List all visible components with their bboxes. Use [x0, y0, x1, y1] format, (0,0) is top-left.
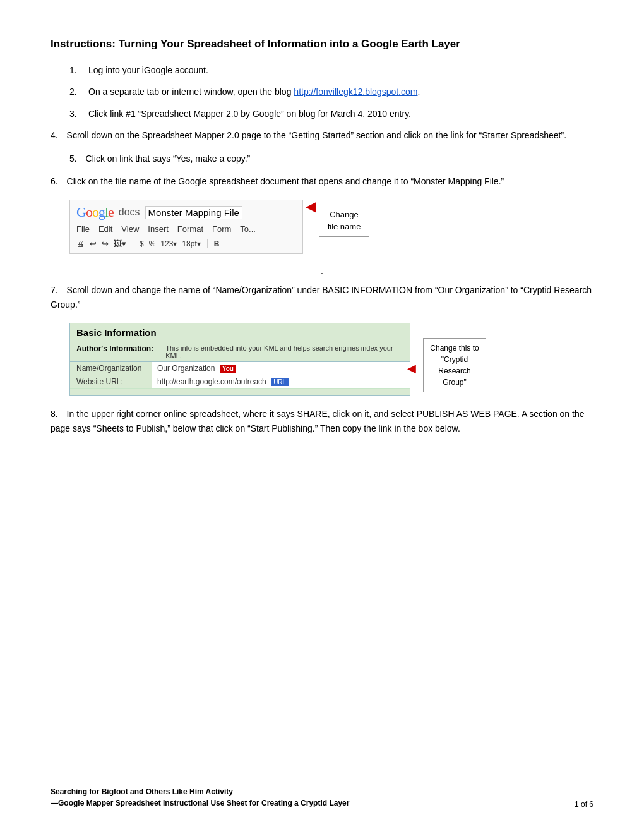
gdocs-toolbar: 🖨 ↩ ↪ 🖼▾ $ % 123▾ 18pt▾ B — [76, 238, 296, 250]
step-1-num: 1. — [69, 63, 83, 77]
gdocs-docs-label: docs — [119, 207, 140, 218]
gdocs-title-bar: Google docs Monster Mapping File — [76, 204, 296, 221]
step-5-num: 5. — [69, 154, 77, 164]
menu-edit[interactable]: Edit — [98, 224, 112, 234]
gdocs-screenshot: Google docs Monster Mapping File File Ed… — [69, 200, 593, 254]
basic-info-table: Basic Information Author's Information: … — [69, 323, 410, 396]
step-7-text: Scroll down and change the name of “Name… — [51, 285, 592, 309]
step-8: 8. In the upper right corner online spre… — [51, 407, 593, 435]
step-8-text: In the upper right corner online spreads… — [51, 409, 585, 433]
basic-info-subheader-label: Author's Information: — [70, 342, 160, 361]
step-3: 3. Click link #1 “Spreadsheet Mapper 2.0… — [69, 107, 593, 121]
basic-info-row-1: Website URL: http://earth.google.com/out… — [70, 375, 410, 389]
basic-info-label-0: Name/Organization — [70, 362, 152, 375]
toolbar-percent[interactable]: % — [149, 239, 156, 248]
footer-right: 1 of 6 — [575, 800, 593, 809]
step-1: 1. Log into your iGoogle account. — [69, 63, 593, 77]
footer-line2: —Google Mapper Spreadsheet Instructional… — [51, 797, 349, 809]
step-2: 2. On a separate tab or internet window,… — [69, 85, 593, 99]
bi-callout-area: Change this to"CryptidResearchGroup" — [410, 332, 486, 392]
page-footer: Searching for Bigfoot and Others Like Hi… — [51, 782, 593, 809]
toolbar-format-num[interactable]: 123▾ — [160, 239, 177, 248]
step-8-num: 8. — [51, 409, 58, 419]
toolbar-bold[interactable]: B — [214, 239, 220, 248]
arrow-icon: ◀ — [306, 198, 316, 215]
toolbar-redo[interactable]: ↪ — [102, 239, 109, 248]
blog-link[interactable]: http://fonvillegk12.blogspot.com — [294, 87, 417, 97]
toolbar-sep2 — [207, 239, 208, 248]
footer-left: Searching for Bigfoot and Others Like Hi… — [51, 786, 349, 809]
step-5: 5. Click on link that says “Yes, make a … — [69, 152, 593, 166]
toolbar-image[interactable]: 🖼▾ — [114, 239, 126, 248]
toolbar-undo[interactable]: ↩ — [90, 239, 97, 248]
toolbar-dollar[interactable]: $ — [140, 239, 144, 248]
toolbar-print[interactable]: 🖨 — [76, 239, 85, 248]
step-4: 4. Scroll down on the Spreadsheet Mapper… — [51, 128, 593, 142]
page-title: Instructions: Turning Your Spreadsheet o… — [51, 38, 593, 51]
step-7-num: 7. — [51, 285, 58, 295]
toolbar-sep1 — [133, 239, 133, 248]
menu-format[interactable]: Format — [177, 224, 203, 234]
callout-area: ◀ Changefile name — [303, 205, 369, 236]
step-7: 7. Scroll down and change the name of “N… — [51, 283, 593, 311]
basic-info-row-0: Name/Organization Our Organization You ◀ — [70, 362, 410, 375]
step-3-num: 3. — [69, 107, 83, 121]
step-6-num: 6. — [51, 176, 58, 186]
gdocs-mockup: Google docs Monster Mapping File File Ed… — [69, 200, 303, 254]
step-1-text: Log into your iGoogle account. — [88, 63, 208, 77]
menu-view[interactable]: View — [121, 224, 139, 234]
step-5-text: Click on link that says “Yes, make a cop… — [86, 154, 251, 164]
dot-separator: . — [51, 265, 593, 277]
you-badge: You — [220, 365, 236, 373]
url-badge: URL — [271, 378, 289, 386]
basic-info-value-1: http://earth.google.com/outreach URL — [152, 375, 410, 388]
menu-form[interactable]: Form — [212, 224, 231, 234]
step-4-num: 4. — [51, 130, 58, 140]
basic-info-container: Basic Information Author's Information: … — [69, 323, 593, 396]
menu-more[interactable]: To... — [240, 224, 256, 234]
menu-insert[interactable]: Insert — [148, 224, 169, 234]
toolbar-font-size[interactable]: 18pt▾ — [182, 239, 200, 248]
bi-arrow-icon: ◀ — [407, 361, 416, 375]
step-2-num: 2. — [69, 85, 83, 99]
basic-info-label-1: Website URL: — [70, 375, 152, 388]
basic-info-header: Basic Information — [70, 323, 410, 342]
step-4-text: Scroll down on the Spreadsheet Mapper 2.… — [67, 130, 566, 140]
bi-callout: Change this to"CryptidResearchGroup" — [423, 338, 486, 392]
google-logo: Google — [76, 204, 114, 221]
footer-line1: Searching for Bigfoot and Others Like Hi… — [51, 786, 349, 797]
gdocs-filename[interactable]: Monster Mapping File — [145, 206, 242, 219]
basic-info-value-0: Our Organization You ◀ — [152, 362, 410, 375]
change-filename-callout: Changefile name — [319, 205, 369, 236]
basic-info-subheader-note: This info is embedded into your KML and … — [160, 342, 410, 361]
menu-file[interactable]: File — [76, 224, 90, 234]
step-6: 6. Click on the file name of the Google … — [51, 174, 593, 188]
step-2-text: On a separate tab or internet window, op… — [88, 85, 420, 99]
gdocs-menu-bar: File Edit View Insert Format Form To... — [76, 223, 296, 235]
step-3-text: Click link #1 “Spreadsheet Mapper 2.0 by… — [88, 107, 411, 121]
basic-info-subheader-row: Author's Information: This info is embed… — [70, 342, 410, 362]
step-6-text: Click on the file name of the Google spr… — [67, 176, 504, 186]
basic-info-bottom-row — [70, 389, 410, 395]
